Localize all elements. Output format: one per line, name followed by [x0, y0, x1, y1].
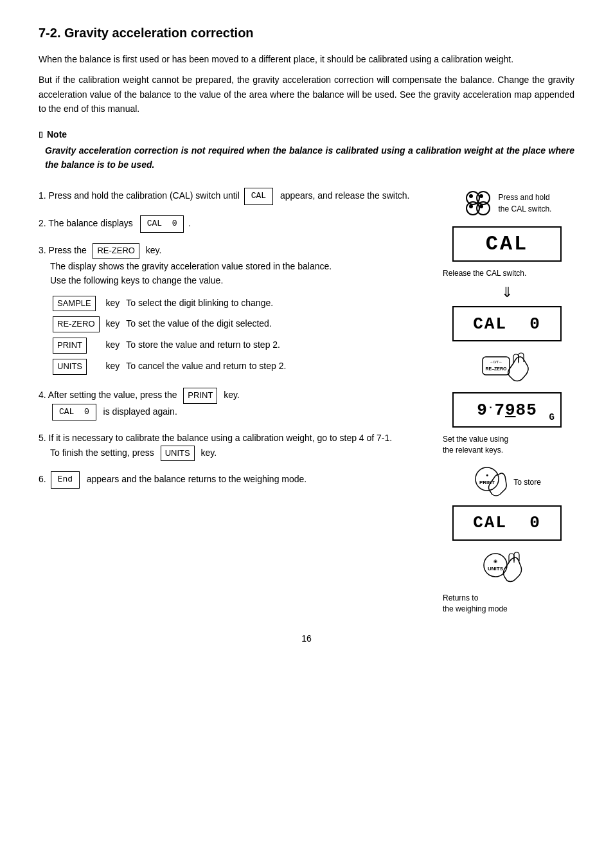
left-column: 1. Press and hold the calibration (CAL) … [39, 188, 427, 614]
svg-text:UNITS: UNITS [488, 566, 504, 572]
step-1-num: 1. Press and hold the calibration (CAL) … [39, 190, 409, 201]
cal-switch-group: Press and holdthe CAL switch. [440, 188, 574, 219]
step-3: 3. Press the RE-ZERO key. The display sh… [39, 243, 427, 377]
release-label: Release the CAL switch. [440, 268, 574, 279]
sample-key: SAMPLE [53, 296, 96, 312]
svg-text:→0/T←: →0/T← [490, 360, 503, 364]
intro-para2: But if the calibration weight cannot be … [39, 73, 574, 116]
right-column: Press and holdthe CAL switch. CAL Releas… [440, 188, 574, 614]
step-5: 5. If it is necessary to calibrate the b… [39, 431, 427, 461]
svg-point-5 [469, 204, 473, 208]
lcd-cal-0-2: CAL 0 [452, 505, 562, 541]
set-value-label: Set the value usingthe relevant keys. [440, 434, 574, 456]
step-2-display: CAL 0 [140, 215, 184, 233]
key-row-sample: SAMPLE key To select the digit blinking … [51, 293, 291, 314]
page-title: 7-2. Gravity acceleration correction [39, 26, 574, 41]
rezero-icon-group: →0/T← RE–ZERO [440, 352, 574, 387]
step-1-display: CAL [244, 188, 273, 205]
print-icon-group: ● PRINT To store [440, 465, 574, 500]
svg-text:●: ● [486, 473, 488, 477]
returns-to-label: Returns tothe weighing mode [440, 593, 574, 615]
cal-switch-icon [463, 188, 493, 219]
svg-point-1 [469, 194, 473, 198]
step-6-display: End [51, 471, 80, 489]
keys-table: SAMPLE key To select the digit blinking … [51, 293, 291, 377]
step-5-key: UNITS [161, 446, 195, 462]
svg-point-3 [479, 194, 483, 198]
step-4-key: PRINT [183, 388, 217, 404]
key-row-units: UNITS key To cancel the value and return… [51, 356, 291, 377]
step-4-display: CAL 0 [52, 404, 96, 421]
step-1: 1. Press and hold the calibration (CAL) … [39, 188, 427, 205]
step-4: 4. After setting the value, press the PR… [39, 388, 427, 421]
lcd-cal-1: CAL [452, 226, 562, 262]
content-area: 1. Press and hold the calibration (CAL) … [39, 188, 574, 614]
units-key: UNITS [53, 359, 87, 375]
print-key: PRINT [53, 338, 87, 354]
note-title: Note [39, 129, 574, 140]
lcd-97985: 9.7985 G [452, 392, 562, 428]
rezero-key-icon: →0/T← RE–ZERO [481, 352, 533, 387]
rezero-key: RE-ZERO [53, 316, 100, 332]
note-box: Note Gravity acceleration correction is … [39, 129, 574, 172]
step-6: 6. End appears and the balance returns t… [39, 471, 427, 489]
note-body: Gravity acceleration correction is not r… [45, 143, 574, 172]
svg-point-11 [475, 467, 499, 491]
key-row-rezero: RE-ZERO key To set the value of the digi… [51, 314, 291, 335]
page-number: 16 [39, 633, 574, 644]
lcd-cal-0-1: CAL 0 [452, 306, 562, 341]
svg-point-7 [479, 204, 483, 208]
down-arrow-1: ⇓ [501, 284, 513, 301]
svg-text:RE–ZERO: RE–ZERO [485, 366, 507, 371]
units-key-icon: ◉ UNITS [481, 551, 533, 586]
svg-text:◉: ◉ [493, 559, 497, 563]
key-row-print: PRINT key To store the value and return … [51, 335, 291, 356]
to-store-label: To store [513, 478, 541, 487]
unit-g: G [549, 412, 555, 422]
print-key-icon: ● PRINT [473, 465, 508, 500]
step-2: 2. The balance displays CAL 0 . [39, 215, 427, 233]
units-icon-group: ◉ UNITS [440, 551, 574, 586]
cal-switch-label: Press and holdthe CAL switch. [499, 192, 552, 215]
step-3-key: RE-ZERO [93, 243, 139, 259]
intro-para1: When the balance is first used or has be… [39, 52, 574, 66]
